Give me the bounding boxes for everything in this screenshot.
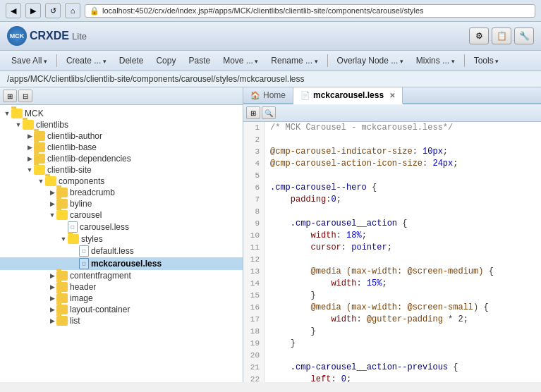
line-content-17: width: @gutter-padding * 2; [265, 314, 468, 326]
line-num-21: 21 [243, 362, 265, 374]
folder-icon-mck [11, 109, 23, 118]
tree-label-carousel-less: carousel.less [80, 222, 129, 232]
copy-button[interactable]: Copy [150, 54, 181, 68]
line-content-20 [265, 350, 275, 362]
line-num-13: 13 [243, 266, 265, 278]
toggle-layout-container[interactable]: ▶ [48, 305, 56, 314]
toggle-carousel[interactable]: ▼ [48, 211, 56, 219]
line-content-1: /* MCK Carousel - mckcarousel.less*/ [265, 122, 453, 134]
forward-button[interactable]: ▶ [25, 3, 41, 18]
tree-label-clientlib-site: clientlib-site [47, 165, 92, 175]
code-line-17: 17 width: @gutter-padding * 2; [243, 314, 541, 326]
expand-button[interactable]: ⊞ [3, 90, 17, 102]
tab-mckcarousel[interactable]: 📄 mckcarousel.less ✕ [293, 87, 403, 104]
tree-node-header[interactable]: ▶ header [0, 281, 243, 293]
tree-node-contentfragment[interactable]: ▶ contentfragment [0, 270, 243, 281]
line-num-12: 12 [243, 254, 265, 266]
tree-node-carousel-less[interactable]: ▶ ◻ carousel.less [0, 221, 243, 233]
reload-button[interactable]: ↺ [45, 3, 61, 18]
tree-node-mck[interactable]: ▼ MCK [0, 108, 243, 119]
code-line-13: 13 @media (max-width: @screen-medium) { [243, 266, 541, 278]
tree-node-styles[interactable]: ▼ styles [0, 233, 243, 245]
tree-label-contentfragment: contentfragment [70, 271, 131, 281]
delete-button[interactable]: Delete [114, 54, 150, 68]
line-num-18: 18 [243, 326, 265, 338]
toggle-mck[interactable]: ▼ [3, 109, 11, 118]
tree-toolbar: ⊞ ⊟ [0, 87, 243, 105]
folder-icon-contentfragment [56, 271, 68, 281]
line-content-15: } [265, 290, 316, 302]
back-button[interactable]: ◀ [6, 3, 21, 18]
line-content-22: left: 0; [265, 374, 351, 382]
code-line-1: 1 /* MCK Carousel - mckcarousel.less*/ [243, 122, 541, 134]
line-content-16: @media (max-width: @screen-small) { [265, 302, 489, 314]
create-button[interactable]: Create ... [61, 54, 112, 68]
toggle-clientlib-author[interactable]: ▶ [25, 132, 34, 140]
overlay-node-button[interactable]: Overlay Node ... [332, 54, 409, 68]
line-num-19: 19 [243, 338, 265, 350]
file-icon-carousel-less: ◻ [68, 221, 78, 233]
save-all-button[interactable]: Save All [6, 54, 53, 68]
line-content-12 [265, 254, 275, 266]
toggle-contentfragment[interactable]: ▶ [48, 271, 56, 280]
toggle-image[interactable]: ▶ [48, 294, 56, 302]
toggle-header[interactable]: ▶ [48, 283, 56, 291]
browser-bar: ◀ ▶ ↺ ⌂ 🔒 localhost:4502/crx/de/index.js… [0, 0, 541, 22]
toggle-byline[interactable]: ▶ [48, 200, 56, 208]
line-num-15: 15 [243, 290, 265, 302]
mixins-button[interactable]: Mixins ... [411, 54, 461, 68]
tools-button[interactable]: 🔧 [514, 27, 534, 44]
toggle-clientlib-base[interactable]: ▶ [25, 143, 34, 152]
tree-node-byline[interactable]: ▶ byline [0, 198, 243, 209]
tree-node-breadcrumb[interactable]: ▶ breadcrumb [0, 187, 243, 198]
line-num-6: 6 [243, 182, 265, 194]
line-content-4: @cmp-carousel-action-icon-size: 24px; [265, 158, 458, 170]
tree-container[interactable]: ▼ MCK ▼ clientlibs ▶ clientlib-author ▶ … [0, 105, 243, 382]
tree-node-carousel[interactable]: ▼ carousel [0, 209, 243, 221]
toggle-styles[interactable]: ▼ [59, 235, 68, 243]
file-icon-mckcarousel-less: ◻ [79, 258, 89, 269]
address-bar[interactable]: 🔒 localhost:4502/crx/de/index.jsp#/apps/… [85, 4, 535, 18]
home-tab-label: Home [263, 90, 286, 100]
collapse-button[interactable]: ⊟ [18, 90, 32, 102]
right-panel: 🏠 Home 📄 mckcarousel.less ✕ ⊞ 🔍 1 /* MCK… [243, 87, 541, 382]
toggle-components[interactable]: ▼ [37, 177, 45, 185]
toggle-clientlibs[interactable]: ▼ [14, 121, 23, 129]
home-button[interactable]: ⌂ [65, 3, 80, 18]
line-num-10: 10 [243, 230, 265, 242]
toggle-breadcrumb[interactable]: ▶ [48, 188, 56, 197]
folder-icon-byline [56, 199, 68, 209]
clipboard-button[interactable]: 📋 [492, 27, 511, 44]
line-content-11: cursor: pointer; [265, 242, 392, 254]
settings-button[interactable]: ⚙ [469, 27, 489, 44]
toggle-list[interactable]: ▶ [48, 317, 56, 325]
code-line-8: 8 [243, 206, 541, 218]
rename-button[interactable]: Rename ... [265, 54, 323, 68]
line-content-7: padding:0; [265, 194, 341, 206]
code-editor[interactable]: 1 /* MCK Carousel - mckcarousel.less*/ 2… [243, 122, 541, 382]
editor-btn-2[interactable]: 🔍 [262, 106, 276, 119]
code-line-16: 16 @media (max-width: @screen-small) { [243, 302, 541, 314]
tree-node-layout-container[interactable]: ▶ layout-container [0, 304, 243, 315]
tree-node-mckcarousel-less[interactable]: ▶ ◻ mckcarousel.less [0, 257, 243, 270]
tab-close-button[interactable]: ✕ [389, 92, 395, 99]
move-button[interactable]: Move ... [217, 54, 264, 68]
tree-node-image[interactable]: ▶ image [0, 293, 243, 304]
code-line-21: 21 .cmp-carousel__action--previous { [243, 362, 541, 374]
tree-node-clientlib-site[interactable]: ▼ clientlib-site [0, 164, 243, 176]
folder-icon-components [45, 176, 56, 186]
editor-btn-1[interactable]: ⊞ [246, 106, 260, 119]
tree-label-breadcrumb: breadcrumb [70, 188, 115, 197]
tools-menu-button[interactable]: Tools [468, 54, 505, 68]
tree-node-default-less[interactable]: ▶ ◻ default.less [0, 245, 243, 257]
toggle-clientlib-dependencies[interactable]: ▶ [25, 154, 34, 163]
code-line-2: 2 [243, 134, 541, 146]
left-panel: ⊞ ⊟ ▼ MCK ▼ clientlibs ▶ clientlib-autho… [0, 87, 243, 382]
tab-home[interactable]: 🏠 Home [243, 87, 293, 103]
tree-node-components[interactable]: ▼ components [0, 176, 243, 187]
tab-bar: 🏠 Home 📄 mckcarousel.less ✕ [243, 87, 541, 104]
tree-node-list[interactable]: ▶ list [0, 315, 243, 326]
paste-button[interactable]: Paste [183, 54, 216, 68]
tree-label-clientlib-base: clientlib-base [47, 142, 97, 152]
toggle-clientlib-site[interactable]: ▼ [25, 166, 34, 174]
